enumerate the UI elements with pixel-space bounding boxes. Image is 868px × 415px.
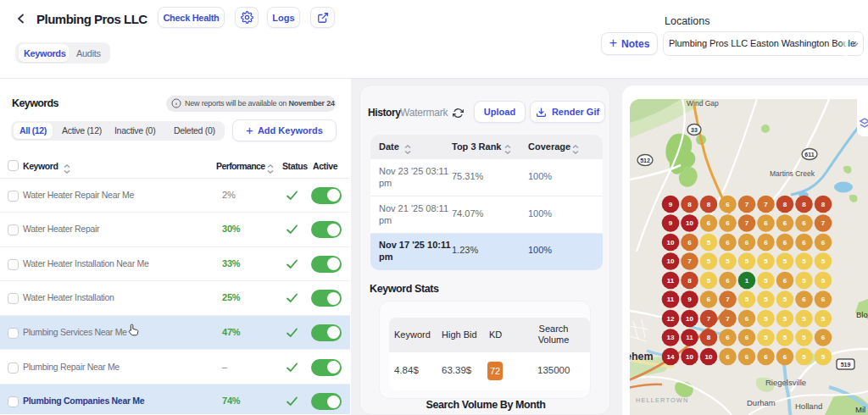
svg-text:6: 6 — [802, 239, 806, 246]
svg-text:6: 6 — [783, 277, 787, 285]
svg-text:9: 9 — [669, 201, 673, 208]
svg-text:5: 5 — [707, 239, 711, 246]
svg-text:5: 5 — [802, 277, 806, 285]
svg-text:7: 7 — [687, 257, 692, 265]
svg-text:5: 5 — [707, 257, 711, 265]
svg-text:10: 10 — [686, 315, 693, 323]
svg-text:5: 5 — [726, 257, 730, 265]
svg-text:6: 6 — [707, 219, 711, 227]
svg-text:5: 5 — [821, 257, 826, 265]
svg-text:7: 7 — [707, 315, 711, 323]
svg-text:5: 5 — [764, 315, 768, 323]
svg-text:Riegelsville: Riegelsville — [765, 378, 806, 387]
svg-text:8: 8 — [687, 201, 692, 208]
svg-text:9: 9 — [687, 296, 692, 303]
svg-text:6: 6 — [783, 239, 787, 246]
svg-text:6: 6 — [821, 334, 826, 341]
svg-text:13: 13 — [667, 334, 675, 341]
svg-text:5: 5 — [821, 353, 826, 361]
svg-text:6: 6 — [783, 219, 787, 227]
svg-text:9: 9 — [669, 219, 673, 227]
svg-text:6: 6 — [687, 239, 692, 246]
svg-text:6: 6 — [802, 219, 806, 227]
svg-text:611: 611 — [804, 152, 814, 158]
svg-text:5: 5 — [764, 257, 768, 265]
svg-text:5: 5 — [745, 296, 749, 303]
svg-text:6: 6 — [764, 219, 768, 227]
svg-text:5: 5 — [783, 296, 787, 303]
svg-text:6: 6 — [726, 219, 730, 227]
svg-text:5: 5 — [764, 277, 768, 285]
svg-text:5: 5 — [821, 315, 826, 323]
svg-text:7: 7 — [745, 219, 749, 227]
svg-text:6: 6 — [802, 296, 806, 303]
svg-text:5: 5 — [745, 257, 749, 265]
svg-text:5: 5 — [707, 277, 711, 285]
svg-text:6: 6 — [764, 353, 768, 361]
svg-text:7: 7 — [726, 296, 730, 303]
svg-text:6: 6 — [726, 353, 730, 361]
svg-text:10: 10 — [667, 257, 675, 265]
svg-text:Blo: Blo — [856, 310, 868, 319]
svg-text:11: 11 — [686, 334, 693, 341]
svg-text:8: 8 — [821, 201, 826, 208]
svg-text:12: 12 — [667, 315, 675, 323]
svg-text:6: 6 — [745, 315, 749, 323]
svg-text:519: 519 — [841, 362, 851, 368]
svg-text:11: 11 — [667, 277, 675, 285]
svg-text:6: 6 — [745, 239, 749, 246]
svg-text:Holland: Holland — [795, 401, 822, 411]
svg-text:11: 11 — [667, 296, 675, 303]
svg-text:7: 7 — [745, 201, 749, 208]
svg-text:6: 6 — [821, 296, 826, 303]
svg-text:33: 33 — [691, 127, 698, 133]
svg-text:8: 8 — [687, 277, 692, 285]
svg-text:6: 6 — [783, 353, 787, 361]
svg-text:ehem: ehem — [630, 351, 654, 362]
svg-text:HELLERTOWN: HELLERTOWN — [636, 396, 688, 404]
svg-text:6: 6 — [726, 201, 730, 208]
svg-text:Mil: Mil — [855, 405, 865, 414]
svg-text:6: 6 — [745, 334, 749, 341]
svg-text:8: 8 — [707, 334, 711, 341]
svg-text:6: 6 — [726, 239, 730, 246]
svg-text:5: 5 — [802, 353, 806, 361]
svg-text:Durham: Durham — [747, 398, 776, 407]
svg-text:5: 5 — [821, 277, 826, 285]
svg-text:5: 5 — [783, 315, 787, 323]
svg-text:1: 1 — [745, 277, 749, 285]
svg-text:Martins Creek: Martins Creek — [770, 169, 815, 178]
svg-text:6: 6 — [726, 277, 730, 285]
svg-text:512: 512 — [640, 158, 650, 163]
svg-text:8: 8 — [802, 201, 806, 208]
svg-text:5: 5 — [802, 257, 806, 265]
svg-text:10: 10 — [667, 239, 675, 246]
svg-text:5: 5 — [802, 334, 806, 341]
svg-text:6: 6 — [726, 334, 730, 341]
svg-text:Wind Gap: Wind Gap — [687, 99, 719, 108]
svg-text:10: 10 — [705, 353, 713, 361]
svg-text:7: 7 — [821, 219, 826, 227]
svg-text:8: 8 — [783, 201, 787, 208]
svg-text:7: 7 — [764, 201, 768, 208]
svg-text:10: 10 — [686, 219, 693, 227]
svg-text:6: 6 — [764, 239, 768, 246]
svg-text:8: 8 — [707, 201, 711, 208]
svg-text:5: 5 — [764, 334, 768, 341]
svg-text:5: 5 — [802, 315, 806, 323]
svg-text:6: 6 — [745, 353, 749, 361]
svg-text:10: 10 — [686, 353, 693, 361]
svg-text:14: 14 — [667, 353, 675, 361]
svg-text:6: 6 — [707, 296, 711, 303]
svg-text:5: 5 — [783, 334, 787, 341]
svg-text:5: 5 — [764, 296, 768, 303]
svg-text:7: 7 — [726, 315, 730, 323]
svg-text:5: 5 — [783, 257, 787, 265]
svg-text:6: 6 — [821, 239, 826, 246]
